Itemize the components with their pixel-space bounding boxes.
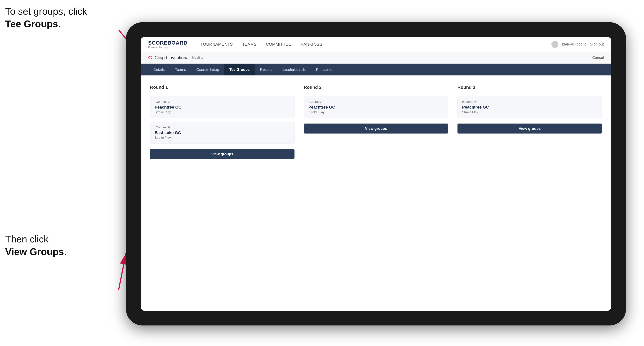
instruction-top-line1: To set groups, click xyxy=(5,6,87,17)
nav-tournaments[interactable]: TOURNAMENTS xyxy=(200,42,233,47)
nav-right: blair@clippd.io Sign out xyxy=(552,41,604,48)
hosting-badge: Hosting xyxy=(192,56,204,60)
tab-details[interactable]: Details xyxy=(148,64,170,75)
instruction-top-line2-bold: Tee Groups xyxy=(5,18,58,29)
logo-sub: Powered by clippit xyxy=(148,46,188,49)
tab-results[interactable]: Results xyxy=(255,64,278,75)
round-2-course-a-label: (Course A) xyxy=(308,100,444,104)
round-1-course-b-label: (Course B) xyxy=(155,126,290,129)
round-1-course-b-format: Stroke Play xyxy=(155,136,290,140)
top-nav: SCOREBOARD Powered by clippit TOURNAMENT… xyxy=(141,37,611,52)
logo-text: SCOREBOARD xyxy=(148,40,188,46)
cancel-button[interactable]: Cancel xyxy=(592,55,604,60)
round-3-title: Round 3 xyxy=(458,85,602,90)
svg-line-3 xyxy=(118,253,126,290)
main-content: Round 1 (Course A) Peachtree GC Stroke P… xyxy=(141,75,611,311)
user-avatar xyxy=(552,41,558,48)
instruction-bottom: Then click View Groups. xyxy=(5,233,66,258)
round-3-course-a-name: Peachtree GC xyxy=(462,105,597,110)
nav-teams[interactable]: TEAMS xyxy=(242,42,256,47)
round-2-course-a-format: Stroke Play xyxy=(308,110,444,114)
round-3-view-groups-button[interactable]: View groups xyxy=(458,124,602,134)
round-1-course-a-name: Peachtree GC xyxy=(155,105,290,110)
tab-course-setup[interactable]: Course Setup xyxy=(191,64,224,75)
tournament-title: Clippd Invitational xyxy=(154,55,190,60)
tab-leaderboards[interactable]: Leaderboards xyxy=(278,64,311,75)
logo-area: SCOREBOARD Powered by clippit xyxy=(148,40,188,49)
sign-out-link[interactable]: Sign out xyxy=(590,42,604,46)
round-2-view-groups-button[interactable]: View groups xyxy=(304,124,448,134)
round-2-course-a-name: Peachtree GC xyxy=(308,105,444,110)
round-3-course-a-label: (Course A) xyxy=(462,100,597,104)
tab-tee-groups[interactable]: Tee Groups xyxy=(224,64,255,75)
instruction-bottom-line2-bold: View Groups xyxy=(5,246,64,257)
round-1-view-groups-button[interactable]: View groups xyxy=(150,149,294,159)
round-1-course-a-card: (Course A) Peachtree GC Stroke Play xyxy=(150,96,294,118)
round-3-course-a-card: (Course A) Peachtree GC Stroke Play xyxy=(458,96,602,118)
round-1-course-a-label: (Course A) xyxy=(155,100,290,104)
nav-links: TOURNAMENTS TEAMS COMMITTEE RANKINGS xyxy=(200,42,542,47)
instruction-top-suffix: . xyxy=(58,18,60,29)
tablet-frame: SCOREBOARD Powered by clippit TOURNAMENT… xyxy=(126,22,626,326)
nav-committee[interactable]: COMMITTEE xyxy=(266,42,291,47)
tab-bar: Details Teams Course Setup Tee Groups Re… xyxy=(141,64,611,75)
round-1-course-b-card: (Course B) East Lake GC Stroke Play xyxy=(150,122,294,144)
tournament-header: C Clippd Invitational Hosting Cancel xyxy=(141,52,611,64)
round-3-column: Round 3 (Course A) Peachtree GC Stroke P… xyxy=(458,85,602,159)
round-1-title: Round 1 xyxy=(150,85,294,90)
tournament-icon: C xyxy=(148,55,152,61)
round-1-column: Round 1 (Course A) Peachtree GC Stroke P… xyxy=(150,85,294,159)
instruction-bottom-suffix: . xyxy=(64,246,66,257)
round-2-title: Round 2 xyxy=(304,85,448,90)
tab-teams[interactable]: Teams xyxy=(170,64,191,75)
nav-rankings[interactable]: RANKINGS xyxy=(300,42,322,47)
instruction-top: To set groups, click Tee Groups. xyxy=(5,5,87,30)
round-2-course-a-card: (Course A) Peachtree GC Stroke Play xyxy=(304,96,448,118)
round-1-course-a-format: Stroke Play xyxy=(155,110,290,114)
user-email: blair@clippd.io xyxy=(562,42,586,46)
round-1-course-b-name: East Lake GC xyxy=(155,130,290,135)
round-3-course-a-format: Stroke Play xyxy=(462,110,597,114)
instruction-bottom-line1: Then click xyxy=(5,234,48,244)
tournament-name: C Clippd Invitational Hosting xyxy=(148,55,204,61)
tab-printables[interactable]: Printables xyxy=(311,64,338,75)
round-2-column: Round 2 (Course A) Peachtree GC Stroke P… xyxy=(304,85,448,159)
rounds-grid: Round 1 (Course A) Peachtree GC Stroke P… xyxy=(150,85,602,159)
tablet-screen: SCOREBOARD Powered by clippit TOURNAMENT… xyxy=(141,37,611,311)
